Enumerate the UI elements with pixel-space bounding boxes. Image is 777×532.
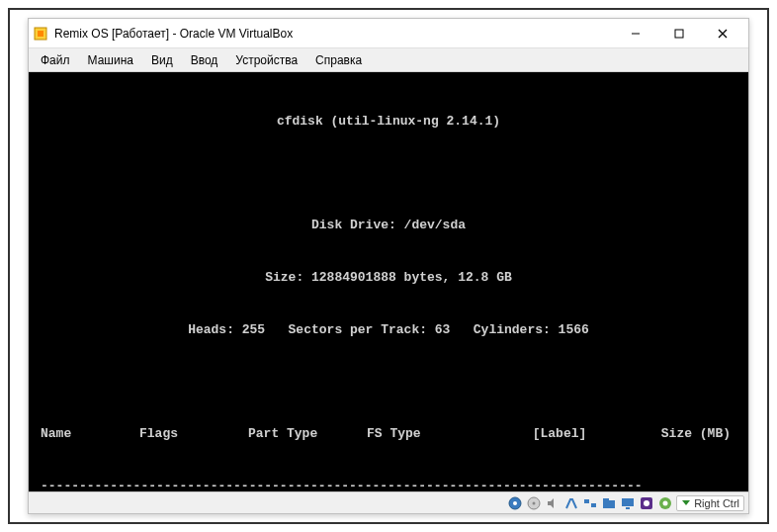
window-controls (614, 20, 744, 47)
statusbar: Right Ctrl (29, 491, 748, 513)
svg-rect-13 (603, 498, 609, 501)
outer-border: Remix OS [Работает] - Oracle VM VirtualB… (8, 8, 769, 524)
display-icon[interactable] (620, 495, 636, 511)
host-key-indicator[interactable]: Right Ctrl (676, 495, 744, 511)
minimize-button[interactable] (614, 20, 657, 47)
menu-help[interactable]: Справка (307, 51, 370, 69)
svg-rect-15 (626, 507, 630, 509)
svg-rect-12 (603, 500, 615, 508)
menu-view[interactable]: Вид (143, 51, 181, 69)
vm-window: Remix OS [Работает] - Oracle VM VirtualB… (28, 18, 749, 514)
svg-point-19 (663, 500, 668, 505)
hard-disk-icon[interactable] (507, 495, 523, 511)
menu-input[interactable]: Ввод (183, 51, 226, 69)
host-key-label: Right Ctrl (694, 497, 739, 509)
recording-icon[interactable] (639, 495, 654, 511)
terminal-screen[interactable]: cfdisk (util-linux-ng 2.14.1) Disk Drive… (29, 72, 748, 491)
shared-folders-icon[interactable] (601, 495, 617, 511)
svg-point-7 (513, 501, 517, 505)
col-parttype: Part Type (248, 425, 367, 443)
usb-icon[interactable] (563, 495, 579, 511)
disk-size: Size: 12884901888 bytes, 12.8 GB (29, 269, 748, 287)
menu-file[interactable]: Файл (33, 51, 78, 69)
col-flags: Flags (139, 425, 248, 443)
svg-rect-3 (675, 30, 683, 38)
svg-rect-1 (38, 31, 43, 37)
window-title: Remix OS [Работает] - Oracle VM VirtualB… (54, 27, 293, 41)
partition-header: Name Flags Part Type FS Type [Label] Siz… (29, 425, 748, 443)
guest-additions-icon[interactable] (657, 495, 673, 511)
menu-machine[interactable]: Машина (80, 51, 141, 69)
col-size: Size (MB) (634, 425, 736, 443)
svg-point-9 (533, 501, 536, 504)
svg-rect-14 (622, 498, 634, 506)
svg-point-17 (644, 500, 649, 506)
disk-drive: Disk Drive: /dev/sda (29, 217, 748, 234)
network-icon[interactable] (582, 495, 598, 511)
audio-icon[interactable] (545, 495, 561, 511)
svg-rect-10 (584, 499, 589, 503)
cfdisk-title: cfdisk (util-linux-ng 2.14.1) (29, 113, 748, 131)
close-button[interactable] (701, 20, 744, 47)
header-rule: ----------------------------------------… (29, 478, 748, 491)
menubar: Файл Машина Вид Ввод Устройства Справка (29, 48, 748, 72)
disk-geometry: Heads: 255 Sectors per Track: 63 Cylinde… (29, 321, 748, 339)
col-fstype: FS Type (367, 425, 485, 443)
maximize-button[interactable] (657, 20, 701, 47)
optical-drive-icon[interactable] (526, 495, 542, 511)
titlebar[interactable]: Remix OS [Работает] - Oracle VM VirtualB… (29, 19, 748, 48)
app-icon (33, 26, 48, 42)
arrow-down-icon (681, 497, 691, 509)
col-name: Name (41, 425, 139, 443)
col-label: [Label] (485, 425, 634, 443)
svg-rect-11 (591, 503, 596, 507)
menu-devices[interactable]: Устройства (227, 51, 305, 69)
